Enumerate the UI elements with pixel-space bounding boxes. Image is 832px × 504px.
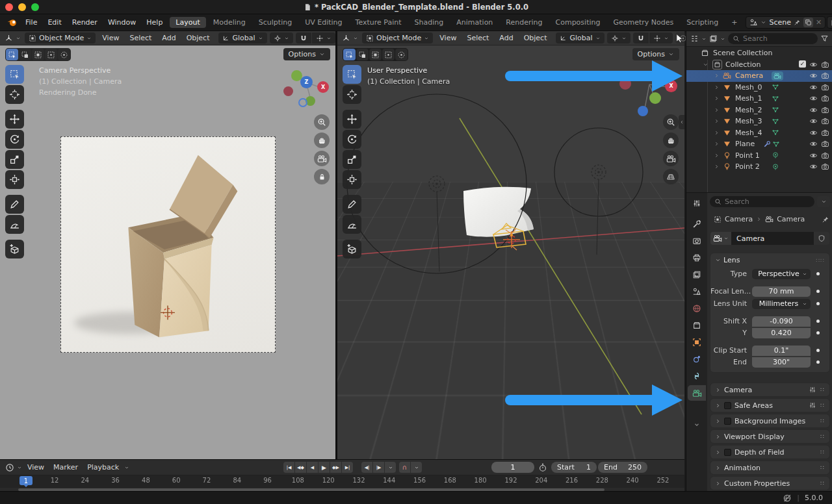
tab-render[interactable] <box>688 233 706 249</box>
snap-settings[interactable] <box>312 32 335 44</box>
step-options-chevron[interactable] <box>385 462 396 473</box>
lens-unit-dropdown[interactable]: Millimeters <box>752 299 811 309</box>
outliner-search[interactable] <box>728 33 818 44</box>
animate-dot[interactable] <box>816 320 820 323</box>
pan-button[interactable] <box>314 132 330 148</box>
outliner-row-collection[interactable]: Collection ✓ <box>686 59 832 71</box>
eye-icon[interactable] <box>809 94 818 103</box>
menu-playback[interactable]: Playback <box>83 463 123 472</box>
chevron-right-icon[interactable] <box>714 164 720 170</box>
chevron-right-icon[interactable] <box>714 130 720 136</box>
chevron-right-icon[interactable] <box>714 107 720 113</box>
light-data-icon[interactable] <box>772 163 779 171</box>
pin-icon[interactable] <box>794 19 801 26</box>
perspective-toggle-button[interactable] <box>663 169 679 184</box>
eye-icon[interactable] <box>809 83 818 92</box>
workspace-tab-animation[interactable]: Animation <box>450 17 499 28</box>
chevron-right-icon[interactable] <box>714 118 720 124</box>
gizmo-z-axis[interactable]: Z <box>300 76 313 88</box>
panel-background-images[interactable]: Background Images ∷ <box>710 414 830 428</box>
workspace-tab-scripting[interactable]: Scripting <box>681 17 724 28</box>
unlink-scene-icon[interactable]: ✕ <box>816 18 822 27</box>
select-options-tool[interactable] <box>395 49 408 60</box>
tab-object-data[interactable] <box>688 385 706 401</box>
light-data-icon[interactable] <box>772 151 779 159</box>
add-workspace-button[interactable]: + <box>725 17 743 28</box>
cursor-tool-button[interactable] <box>5 85 24 104</box>
play-reverse-button[interactable]: ◀ <box>307 462 318 473</box>
panel-custom-properties[interactable]: Custom Properties ∷ <box>710 476 830 490</box>
panel-collapse-tab[interactable] <box>679 115 684 129</box>
eye-icon[interactable] <box>809 129 818 137</box>
display-mode-icon[interactable] <box>709 34 718 43</box>
step-forward-button[interactable]: |▶ <box>373 462 384 473</box>
render-visibility-icon[interactable] <box>821 71 829 80</box>
render-visibility-icon[interactable] <box>821 129 829 137</box>
mesh-data-icon[interactable] <box>772 106 779 114</box>
editor-type-button[interactable] <box>341 32 359 44</box>
outliner-row-mesh-2[interactable]: Mesh_2 <box>686 105 832 116</box>
tab-world[interactable] <box>688 301 706 316</box>
next-keyframe-button[interactable]: ◆▶ <box>330 462 341 473</box>
properties-search[interactable] <box>710 196 814 207</box>
keying-set-icon[interactable]: ∩ <box>399 462 410 473</box>
menu-marker[interactable]: Marker <box>49 463 82 472</box>
gizmo-z-axis[interactable] <box>638 106 648 116</box>
animate-dot[interactable] <box>816 272 820 275</box>
current-frame-field[interactable]: 1 <box>491 462 534 473</box>
render-visibility-icon[interactable] <box>821 140 829 148</box>
new-scene-icon[interactable] <box>803 18 813 27</box>
editor-type-button[interactable] <box>3 32 22 44</box>
tab-scene[interactable] <box>688 284 706 299</box>
depth-of-field-checkbox[interactable] <box>724 449 731 456</box>
chevron-right-icon[interactable] <box>714 95 720 101</box>
lasso-select-tool[interactable] <box>382 49 395 60</box>
render-visibility-icon[interactable] <box>821 94 829 103</box>
options-button[interactable]: Options <box>632 48 679 60</box>
timeline-editor-icon[interactable] <box>4 463 16 472</box>
circle-select-tool[interactable] <box>32 49 44 60</box>
point-light-1[interactable] <box>429 176 445 271</box>
properties-editor-icon[interactable] <box>688 195 706 211</box>
menu-object[interactable]: Object <box>520 34 551 42</box>
tab-output[interactable] <box>688 250 706 266</box>
transform-orientation-selector[interactable]: Global <box>556 32 604 44</box>
box-select-tool[interactable] <box>356 49 369 60</box>
viewport-camera[interactable]: Camera Perspective (1) Collection | Came… <box>0 45 335 459</box>
select-options-tool[interactable] <box>58 49 70 60</box>
outliner-editor-icon[interactable] <box>690 34 699 43</box>
add-cube-tool-button[interactable] <box>343 240 361 258</box>
outliner-row-mesh-3[interactable]: Mesh_3 <box>686 116 832 127</box>
menu-file[interactable]: File <box>21 14 42 31</box>
measure-tool-button[interactable] <box>343 215 361 234</box>
mode-selector[interactable]: Object Mode <box>25 32 96 44</box>
outliner-search-input[interactable] <box>743 34 813 43</box>
snap-toggle[interactable] <box>296 32 311 44</box>
snap-settings[interactable] <box>649 32 673 44</box>
breadcrumb-data[interactable]: Camera <box>777 215 805 223</box>
stopwatch-icon[interactable] <box>538 463 547 472</box>
panel-depth-of-field[interactable]: Depth of Field ∷ <box>710 445 830 459</box>
lens-type-dropdown[interactable]: Perspective <box>752 269 811 279</box>
outliner-row-scene-collection[interactable]: Scene Collection <box>686 47 832 59</box>
panel-camera[interactable]: Camera ∷ <box>710 383 830 397</box>
chevron-right-icon[interactable] <box>714 73 720 79</box>
gizmo-z-neg[interactable] <box>298 98 307 107</box>
gizmo-x-neg[interactable] <box>283 86 293 96</box>
current-frame-indicator[interactable]: 1 <box>20 476 32 485</box>
snap-toggle[interactable] <box>633 32 649 44</box>
tab-constraints[interactable] <box>688 368 706 384</box>
eye-icon[interactable] <box>809 151 818 160</box>
outliner-row-camera[interactable]: Camera <box>686 70 832 82</box>
background-images-checkbox[interactable] <box>724 418 731 425</box>
scene-selector[interactable]: Scene ✕ <box>746 16 826 29</box>
previous-keyframe-button[interactable]: ◀◆ <box>295 462 306 473</box>
workspace-tab-texture-paint[interactable]: Texture Paint <box>350 17 408 28</box>
zoom-button[interactable] <box>314 114 330 130</box>
panel-animation[interactable]: Animation ∷ <box>710 460 830 475</box>
animate-dot[interactable] <box>816 331 820 334</box>
safe-areas-checkbox[interactable] <box>724 402 731 409</box>
outliner-row-mesh-0[interactable]: Mesh_0 <box>686 82 832 94</box>
tab-view-layer[interactable] <box>688 267 706 283</box>
menu-view[interactable]: View <box>98 34 123 42</box>
